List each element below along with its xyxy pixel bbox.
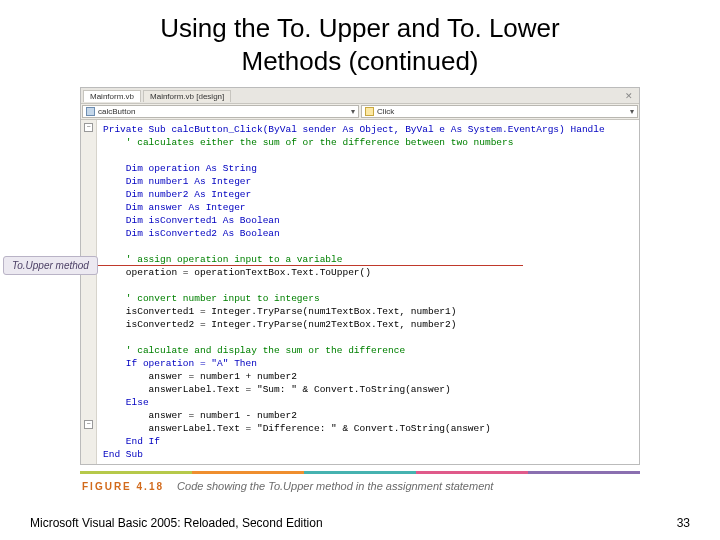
event-icon: [365, 107, 374, 116]
object-dropdown[interactable]: calcButton ▾: [82, 105, 359, 118]
code-text: Private Sub calcButton_Click(ByVal sende…: [97, 120, 611, 464]
event-dropdown[interactable]: Click ▾: [361, 105, 638, 118]
object-dropdown-value: calcButton: [98, 107, 135, 116]
chevron-down-icon: ▾: [351, 107, 355, 116]
chevron-down-icon: ▾: [630, 107, 634, 116]
tab-mainform-design[interactable]: Mainform.vb [design]: [143, 90, 231, 102]
document-tabstrip: Mainform.vb Mainform.vb [design] ✕: [81, 88, 639, 104]
figure-number: FIGURE 4.18: [82, 481, 164, 492]
footer-source: Microsoft Visual Basic 2005: Reloaded, S…: [30, 516, 323, 530]
figure-description: Code showing the To.Upper method in the …: [177, 480, 493, 492]
decorative-stripe: [80, 471, 640, 474]
close-icon[interactable]: ✕: [621, 91, 637, 101]
object-icon: [86, 107, 95, 116]
code-navigator-bar: calcButton ▾ Click ▾: [81, 104, 639, 120]
slide-number: 33: [677, 516, 690, 530]
outline-collapse-icon[interactable]: −: [84, 420, 93, 429]
outline-collapse-icon[interactable]: −: [84, 123, 93, 132]
tab-mainform-code[interactable]: Mainform.vb: [83, 90, 141, 102]
slide-footer: Microsoft Visual Basic 2005: Reloaded, S…: [30, 516, 690, 530]
title-line-2: Methods (continued): [241, 46, 478, 76]
figure-caption-block: FIGURE 4.18 Code showing the To.Upper me…: [80, 471, 640, 492]
ide-window: Mainform.vb Mainform.vb [design] ✕ calcB…: [80, 87, 640, 465]
event-dropdown-value: Click: [377, 107, 394, 116]
code-gutter: − −: [81, 120, 97, 464]
slide-title: Using the To. Upper and To. Lower Method…: [0, 0, 720, 81]
code-editor[interactable]: − − Private Sub calcButton_Click(ByVal s…: [81, 120, 639, 464]
title-line-1: Using the To. Upper and To. Lower: [160, 13, 559, 43]
